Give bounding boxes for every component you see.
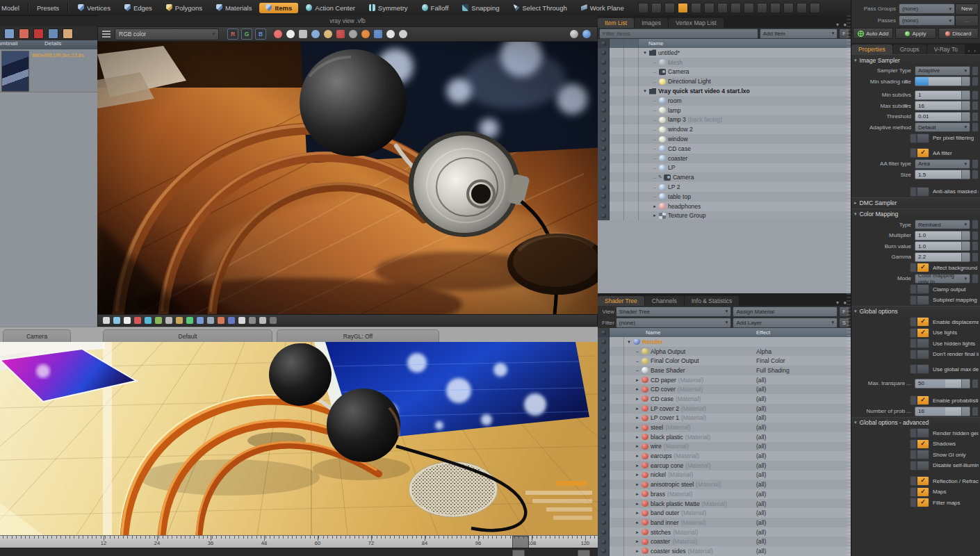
expand-arrow[interactable]: ▸ — [634, 415, 641, 420]
visibility-toggle[interactable] — [598, 356, 610, 366]
channel-button[interactable] — [972, 231, 979, 240]
checkbox-filter-maps[interactable]: ✓ — [917, 498, 929, 507]
shader-row-cd-cover[interactable]: ▸CD cover(Material)(all) — [598, 384, 851, 394]
item-row-headphones[interactable]: ▸headphones — [598, 202, 851, 211]
field-min-shading-rate[interactable] — [915, 76, 970, 86]
checkbox-aa-filter[interactable]: ✓ — [917, 148, 929, 158]
section-header-image-sampler[interactable]: ▾Image Sampler — [851, 54, 980, 65]
assign-material-button[interactable]: Assign Material — [733, 306, 838, 317]
checkbox-maps[interactable]: ✓ — [917, 487, 929, 497]
checkbox-use-lights[interactable]: ✓ — [917, 328, 929, 338]
expand-arrow[interactable]: ▸ — [634, 501, 641, 507]
shader-row-lp-cover-1[interactable]: ▸LP cover 1(Material)(all) — [598, 414, 851, 423]
render-display-icon[interactable] — [238, 317, 245, 324]
shader-row-lp-cover-2[interactable]: ▸LP cover 2(Material)(all) — [598, 404, 851, 414]
effect-value[interactable]: (all) — [756, 471, 766, 478]
toolbar-icon-button[interactable] — [810, 3, 820, 13]
visibility-toggle[interactable] — [598, 471, 610, 480]
item-row-window[interactable]: –window — [598, 134, 851, 144]
render-display-icon[interactable] — [270, 317, 277, 324]
shader-row-band-inner[interactable]: ▸band inner(Material)(all) — [598, 518, 851, 528]
render-display-icon[interactable] — [155, 317, 162, 324]
effect-value[interactable]: (all) — [756, 377, 766, 384]
toolbar-tab-work-plane[interactable]: Work Plane — [575, 3, 630, 13]
render-tool-icon[interactable] — [386, 30, 395, 38]
effect-value[interactable]: (all) — [756, 414, 766, 421]
render-tool-icon[interactable] — [349, 30, 357, 38]
visibility-toggle[interactable] — [598, 124, 610, 134]
world-icon[interactable] — [582, 30, 591, 38]
visibility-toggle[interactable] — [598, 480, 610, 489]
field-max-transpare[interactable]: 50 — [915, 379, 970, 389]
effect-value[interactable]: (all) — [756, 529, 766, 536]
visibility-toggle[interactable] — [598, 192, 610, 202]
item-row-cd-case[interactable]: –CD case — [598, 144, 851, 154]
toolbar-tab-items[interactable]: Items — [259, 3, 298, 13]
expand-arrow[interactable]: ▸ — [634, 434, 641, 440]
render-tool-icon[interactable] — [286, 30, 295, 38]
new-pass-button[interactable]: … — [955, 15, 979, 26]
expand-arrow[interactable]: ▸ — [634, 530, 641, 535]
toolbar-tab-action-center[interactable]: Action Center — [300, 3, 361, 13]
checkbox-reflection-refraction[interactable]: ✓ — [917, 476, 929, 486]
shader-row-steel[interactable]: ▸steel(Material)(all) — [598, 423, 851, 432]
item-row-lp[interactable]: –LP — [598, 163, 851, 173]
dropdown-aa-filter-type[interactable]: Area▾ — [915, 159, 970, 169]
channel-button[interactable] — [972, 170, 979, 179]
preset-tool-icon[interactable] — [33, 28, 44, 39]
channel-selector[interactable]: RGB color▾ — [115, 28, 219, 40]
dropdown-adaptive-method[interactable]: Default▾ — [915, 122, 970, 132]
render-tool-icon[interactable] — [336, 30, 345, 38]
item-row-directional-light[interactable]: –Directional Light — [598, 76, 851, 86]
expand-arrow[interactable]: ▸ — [634, 548, 641, 554]
expand-arrow[interactable]: ▸ — [634, 463, 641, 468]
visibility-toggle[interactable] — [598, 442, 610, 452]
channel-button[interactable] — [972, 274, 979, 284]
shader-row-render[interactable]: ▾Render — [598, 337, 851, 347]
expand-arrow[interactable]: ▸ — [634, 453, 641, 459]
render-tool-icon[interactable] — [299, 30, 307, 38]
toolbar-icon-button[interactable] — [797, 3, 807, 13]
discard-button[interactable]: Discard — [938, 28, 979, 39]
field-max-subdivs[interactable]: 16 — [915, 101, 970, 111]
expand-arrow[interactable]: ▾ — [642, 50, 648, 56]
shader-row-brass[interactable]: ▸brass(Material)(all) — [598, 489, 851, 499]
visibility-column-icon[interactable] — [598, 328, 610, 337]
expand-arrow[interactable]: ▸ — [634, 539, 641, 544]
preset-row[interactable]: 880x495,UR,6m,22.6s — [0, 49, 97, 92]
visibility-toggle[interactable] — [598, 58, 610, 67]
effect-value[interactable]: (all) — [756, 395, 766, 402]
expand-arrow[interactable]: ▸ — [634, 396, 641, 402]
visibility-toggle[interactable] — [598, 537, 610, 546]
visibility-toggle[interactable] — [598, 461, 610, 471]
item-row-lamp[interactable]: –lamp — [598, 106, 851, 115]
render-display-icon[interactable] — [197, 317, 204, 324]
shader-row-band-outer[interactable]: ▸band outer(Material)(all) — [598, 508, 851, 518]
effect-value[interactable]: (all) — [756, 538, 766, 545]
toolbar-icon-button[interactable] — [783, 3, 794, 13]
timeline-ruler[interactable]: 1224364860728496108120 — [0, 535, 598, 548]
item-row-camera[interactable]: –✎Camera — [598, 172, 851, 182]
shader-row-earcups[interactable]: ▸earcups(Material)(all) — [598, 451, 851, 461]
shader-row-anisotropic-steel[interactable]: ▸anisotropic steel(Material)(all) — [598, 480, 851, 489]
shader-row-cd-paper[interactable]: ▸CD paper(Material)(all) — [598, 375, 851, 385]
effect-value[interactable]: (all) — [756, 452, 766, 459]
checkbox-use-global-max-depth[interactable]: ✓ — [917, 364, 929, 374]
expand-arrow[interactable]: ▸ — [634, 520, 641, 525]
item-row-vray-quick-start-video-4-start-lxo[interactable]: ▾Vray quick start video 4 start.lxo — [598, 86, 851, 96]
checkbox-enable-probabilistic-lig[interactable]: ✓ — [917, 395, 929, 405]
effect-value[interactable]: (all) — [756, 386, 766, 393]
section-header-dmc-sampler[interactable]: ▸DMC Sampler — [851, 197, 980, 208]
item-row-lamp-3[interactable]: –lamp 3(back facing) — [598, 115, 851, 125]
tab-info-statistics[interactable]: Info & Statistics — [685, 296, 740, 306]
field-min-subdivs[interactable]: 1 — [915, 90, 970, 100]
expand-arrow[interactable]: ▸ — [634, 443, 641, 449]
checkbox-per-pixel-filtering[interactable]: ✓ — [917, 133, 929, 143]
shader-row-stitches[interactable]: ▸stitches(Material)(all) — [598, 528, 851, 537]
viewport-tab-camera[interactable]: Camera — [3, 329, 71, 343]
visibility-toggle[interactable] — [598, 414, 610, 423]
checkbox-use-hidden-lights[interactable]: ✓ — [917, 338, 929, 348]
item-row-untitled[interactable]: ▾untitled* — [598, 48, 851, 58]
preset-tool-icon[interactable] — [4, 28, 15, 39]
shader-row-final-color-output[interactable]: –Final Color OutputFinal Color — [598, 356, 851, 366]
